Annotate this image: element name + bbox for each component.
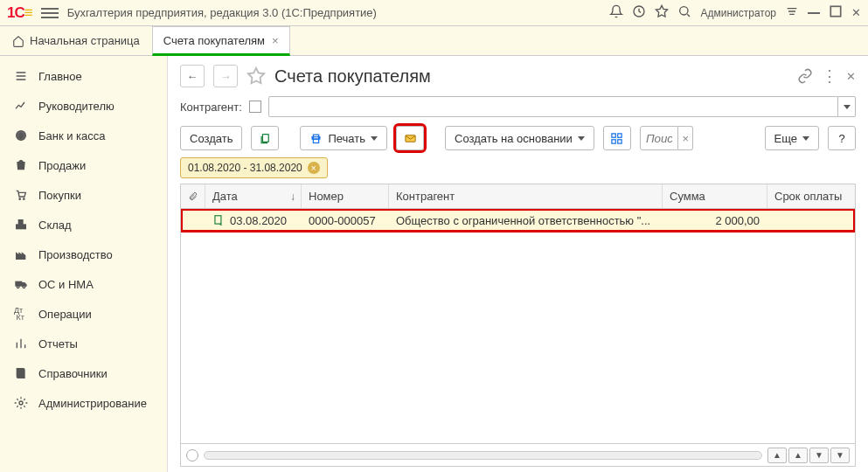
th-sum[interactable]: Сумма <box>663 184 767 208</box>
favorite-star-icon[interactable] <box>247 66 266 86</box>
sidebar-label: Отчеты <box>38 337 78 351</box>
sidebar-label: Администрирование <box>38 397 147 410</box>
create-button[interactable]: Создать <box>180 126 242 150</box>
sidebar-item-manager[interactable]: Руководителю <box>0 91 167 121</box>
more-vert-icon[interactable]: ⋮ <box>822 66 837 86</box>
sidebar-label: Склад <box>38 219 72 232</box>
more-label: Еще <box>774 132 797 145</box>
printer-icon <box>309 132 323 145</box>
settings-bars-icon[interactable] <box>785 4 799 21</box>
nav-forward-button[interactable]: → <box>213 65 238 87</box>
copy-doc-icon <box>259 132 272 145</box>
search-clear-button[interactable]: × <box>678 126 693 150</box>
th-agent[interactable]: Контрагент <box>389 184 663 208</box>
tab-home[interactable]: Начальная страница <box>0 26 152 55</box>
nav-down-button[interactable]: ▼ <box>809 448 829 463</box>
sidebar-label: Покупки <box>38 189 81 202</box>
mail-icon <box>404 132 417 145</box>
search-input[interactable] <box>640 126 678 150</box>
cart-icon <box>14 188 28 202</box>
sidebar-item-warehouse[interactable]: Склад <box>0 210 167 239</box>
relations-button[interactable] <box>603 126 631 150</box>
sidebar-label: Главное <box>38 70 82 83</box>
search-icon[interactable] <box>677 4 691 21</box>
boxes-icon <box>14 218 28 232</box>
bag-icon <box>14 158 28 172</box>
hamburger-icon[interactable] <box>41 8 59 18</box>
scroll-origin-icon[interactable] <box>186 449 198 462</box>
th-due[interactable]: Срок оплаты <box>767 184 855 208</box>
svg-rect-21 <box>215 216 221 224</box>
sidebar-label: Справочники <box>38 367 108 380</box>
sidebar-item-production[interactable]: Производство <box>0 239 167 269</box>
th-number[interactable]: Номер <box>302 184 389 208</box>
user-label[interactable]: Администратор <box>700 7 776 19</box>
svg-point-6 <box>24 198 24 199</box>
cell-sum: 2 000,00 <box>663 214 767 227</box>
svg-rect-8 <box>22 225 26 229</box>
svg-point-1 <box>680 7 688 15</box>
sidebar-item-reports[interactable]: Отчеты <box>0 329 167 358</box>
sidebar-label: Операции <box>38 308 92 321</box>
sidebar-label: Производство <box>38 248 113 261</box>
nav-first-button[interactable]: ▲ <box>767 448 787 463</box>
sidebar-item-purchases[interactable]: Покупки <box>0 180 167 210</box>
bell-icon[interactable] <box>609 4 623 21</box>
svg-point-13 <box>19 401 23 405</box>
more-button[interactable]: Еще <box>765 126 819 150</box>
tab-close-icon[interactable]: × <box>272 34 279 47</box>
help-button[interactable]: ? <box>828 126 856 150</box>
svg-rect-19 <box>612 139 615 142</box>
th-attachment[interactable] <box>181 184 205 208</box>
history-icon[interactable] <box>632 4 646 21</box>
sidebar-item-sales[interactable]: Продажи <box>0 150 167 180</box>
th-date-label: Дата <box>212 190 238 203</box>
date-filter-chip[interactable]: 01.08.2020 - 31.08.2020 × <box>180 157 328 178</box>
sidebar-label: Банк и касса <box>38 129 106 142</box>
th-date[interactable]: Дата↓ <box>205 184 302 208</box>
sidebar-item-bank[interactable]: ₽Банк и касса <box>0 121 167 150</box>
sidebar-label: Руководителю <box>38 100 115 113</box>
table-row[interactable]: 03.08.2020 0000-000057 Общество с ограни… <box>181 209 855 232</box>
cell-number: 0000-000057 <box>302 214 389 227</box>
svg-rect-15 <box>314 139 319 142</box>
svg-rect-7 <box>17 225 21 229</box>
tab-active[interactable]: Счета покупателям × <box>152 26 290 56</box>
close-icon[interactable]: ✕ <box>851 6 861 19</box>
close-page-icon[interactable]: ✕ <box>846 70 856 83</box>
nav-back-button[interactable]: ← <box>180 65 205 87</box>
sidebar-item-admin[interactable]: Администрирование <box>0 388 167 418</box>
link-icon[interactable] <box>797 68 813 84</box>
app-topbar: 1C≡ Бухгалтерия предприятия, редакция 3.… <box>0 0 868 26</box>
print-button[interactable]: Печать <box>300 126 387 150</box>
h-scrollbar[interactable] <box>204 451 762 460</box>
star-icon[interactable] <box>655 4 669 21</box>
book-icon <box>14 366 28 380</box>
sidebar-item-assets[interactable]: ОС и НМА <box>0 269 167 299</box>
home-icon <box>12 35 24 47</box>
filter-agent-input[interactable] <box>268 96 838 117</box>
filter-checkbox[interactable] <box>249 101 261 113</box>
bars-icon <box>14 337 28 351</box>
list-icon <box>14 69 28 83</box>
filter-label: Контрагент: <box>180 101 242 114</box>
sidebar-item-refs[interactable]: Справочники <box>0 358 167 388</box>
maximize-icon[interactable] <box>829 4 843 21</box>
sidebar-item-main[interactable]: Главное <box>0 61 167 91</box>
sidebar-item-operations[interactable]: Дт КтОперации <box>0 299 167 329</box>
create-based-label: Создать на основании <box>455 132 573 145</box>
nav-last-button[interactable]: ▼ <box>830 448 850 463</box>
svg-rect-20 <box>618 139 621 142</box>
data-table: Дата↓ Номер Контрагент Сумма Срок оплаты… <box>180 184 856 467</box>
nav-up-button[interactable]: ▲ <box>788 448 808 463</box>
clip-icon <box>188 191 198 202</box>
email-button[interactable] <box>396 126 424 150</box>
ruble-icon: ₽ <box>14 128 28 142</box>
relations-icon <box>610 132 623 145</box>
minimize-icon[interactable] <box>808 12 820 14</box>
filter-dropdown-button[interactable] <box>838 96 856 117</box>
copy-button[interactable] <box>251 126 279 150</box>
date-chip-label: 01.08.2020 - 31.08.2020 <box>188 162 302 174</box>
create-based-button[interactable]: Создать на основании <box>445 126 594 150</box>
chip-clear-icon[interactable]: × <box>308 162 320 174</box>
